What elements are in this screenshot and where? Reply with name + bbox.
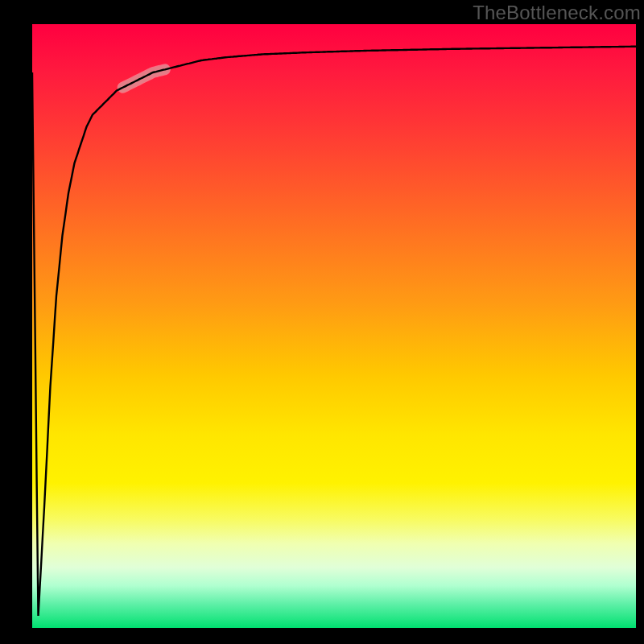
bottleneck-curve-line [32, 47, 636, 616]
plot-area [32, 24, 636, 628]
watermark-text: TheBottleneck.com [473, 2, 641, 24]
chart-svg [32, 24, 636, 628]
